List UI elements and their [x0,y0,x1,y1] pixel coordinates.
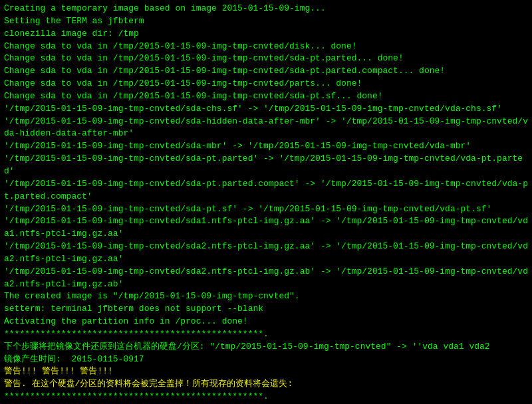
terminal-line: '/tmp/2015-01-15-09-img-tmp-cnvted/sda-h… [4,116,528,141]
terminal-line: '/tmp/2015-01-15-09-img-tmp-cnvted/sda-c… [4,103,528,116]
terminal-line: ****************************************… [4,328,528,341]
terminal-line: '/tmp/2015-01-15-09-img-tmp-cnvted/sda1.… [4,215,528,241]
terminal-line: '/tmp/2015-01-15-09-img-tmp-cnvted/sda2.… [4,241,528,266]
terminal-line: Setting the TERM as jfbterm [4,15,528,28]
terminal-line: ****************************************… [4,391,528,403]
terminal-line: 下个步骤将把镜像文件还原到这台机器的硬盘/分区: "/tmp/2015-01-1… [4,341,528,354]
terminal-line: 镜像产生时间: 2015-0115-0917 [4,354,528,366]
terminal-line: Activating the partition info in /proc..… [4,316,528,328]
terminal-window: Creating a temporary image based on imag… [0,0,532,404]
terminal-line: Change sda to vda in /tmp/2015-01-15-09-… [4,90,528,103]
terminal-line: Change sda to vda in /tmp/2015-01-15-09-… [4,52,528,65]
terminal-line: '/tmp/2015-01-15-09-img-tmp-cnvted/sda-p… [4,178,528,203]
terminal-line: 警告!!! 警告!!! 警告!!! [4,365,528,378]
terminal-line: Change sda to vda in /tmp/2015-01-15-09-… [4,41,528,53]
terminal-line: Creating a temporary image based on imag… [4,3,528,15]
terminal-line: 警告. 在这个硬盘/分区的资料将会被完全盖掉！所有现存的资料将会遗失: [4,378,528,391]
terminal-line: The created image is "/tmp/2015-01-15-09… [4,290,528,303]
terminal-line: '/tmp/2015-01-15-09-img-tmp-cnvted/sda-p… [4,153,528,178]
terminal-line: Change sda to vda in /tmp/2015-01-15-09-… [4,78,528,90]
terminal-line: Change sda to vda in /tmp/2015-01-15-09-… [4,65,528,78]
terminal-line: setterm: terminal jfbterm does not suppo… [4,303,528,316]
terminal-line: clonezilla image dir: /tmp [4,28,528,41]
terminal-line: '/tmp/2015-01-15-09-img-tmp-cnvted/sda-p… [4,203,528,216]
terminal-line: '/tmp/2015-01-15-09-img-tmp-cnvted/sda2.… [4,266,528,291]
terminal-line: '/tmp/2015-01-15-09-img-tmp-cnvted/sda-m… [4,140,528,153]
